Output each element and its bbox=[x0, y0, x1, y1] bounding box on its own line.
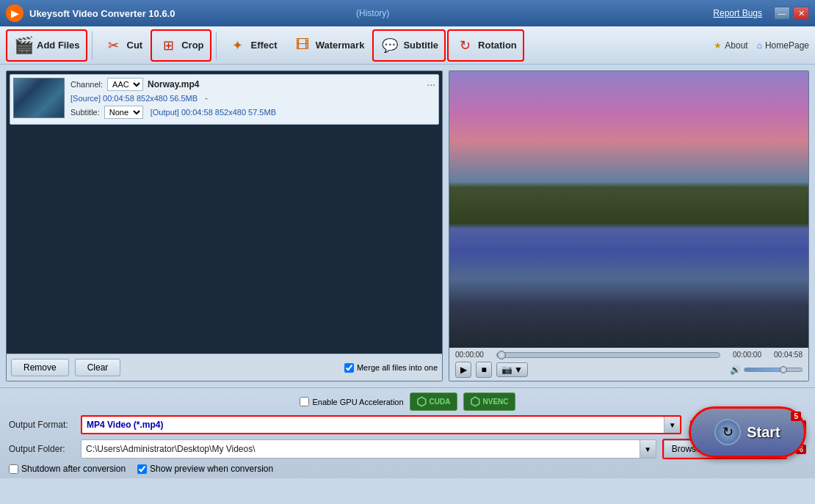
file-panel: Channel: AAC Norway.mp4 ··· [Source] 00:… bbox=[6, 70, 443, 381]
toolbar-right: ★ About ⌂ HomePage bbox=[714, 40, 809, 51]
effect-button[interactable]: ✦ Effect bbox=[221, 29, 284, 62]
folder-dropdown-arrow[interactable]: ▼ bbox=[640, 440, 656, 458]
volume-icon: 🔊 bbox=[730, 365, 741, 375]
cut-icon: ✂ bbox=[104, 35, 124, 56]
folder-row: Output Folder: C:\Users\Administrator\De… bbox=[9, 439, 806, 459]
time-end: 00:04:58 bbox=[767, 351, 803, 359]
clear-button[interactable]: Clear bbox=[75, 359, 121, 376]
toolbar-separator-1 bbox=[92, 32, 93, 59]
cut-label: Cut bbox=[127, 40, 143, 51]
nvidia-logo-cuda: ⬡ bbox=[416, 395, 427, 409]
gpu-checkbox[interactable] bbox=[300, 397, 309, 406]
preview-checkbox[interactable] bbox=[137, 464, 147, 474]
progress-track[interactable] bbox=[496, 352, 720, 358]
nvenc-badge: ⬡ NVENC bbox=[463, 392, 515, 411]
app-title: Ukeysoft Video Converter 10.6.0 bbox=[29, 8, 353, 19]
homepage-icon: ⌂ bbox=[757, 40, 762, 51]
about-link[interactable]: ★ About bbox=[714, 40, 747, 51]
time-start: 00:00:00 bbox=[455, 351, 490, 359]
effect-icon: ✦ bbox=[228, 35, 248, 56]
format-value: MP4 Video (*.mp4) bbox=[82, 420, 664, 430]
volume-area: 🔊 bbox=[730, 365, 803, 375]
volume-fill bbox=[745, 368, 782, 371]
play-button[interactable]: ▶ bbox=[455, 362, 471, 378]
folder-input[interactable]: C:\Users\Administrator\Desktop\My Videos… bbox=[81, 439, 656, 459]
file-list-area: Channel: AAC Norway.mp4 ··· [Source] 00:… bbox=[7, 71, 442, 354]
camera-icon: 📷 bbox=[501, 365, 512, 375]
start-badge-num: 5 bbox=[791, 412, 801, 421]
subtitle-label-meta: Subtitle: bbox=[70, 108, 100, 117]
file-output-info: [Output] 00:04:58 852x480 57.5MB bbox=[151, 108, 276, 117]
add-files-button[interactable]: 🎬 Add Files bbox=[6, 29, 87, 62]
about-label: About bbox=[725, 40, 747, 51]
history-link[interactable]: (History) bbox=[356, 8, 389, 18]
watermark-icon: 🎞 bbox=[292, 35, 313, 56]
bottom-section: Enable GPU Acceleration ⬡ CUDA ⬡ NVENC O… bbox=[0, 387, 815, 478]
merge-checkbox[interactable] bbox=[344, 363, 354, 373]
shutdown-checkbox[interactable] bbox=[9, 464, 18, 474]
nvidia-logo-nvenc: ⬡ bbox=[470, 395, 480, 409]
homepage-label: HomePage bbox=[765, 40, 809, 51]
shutdown-option: Shutdown after conversion bbox=[9, 464, 126, 474]
file-source-dash: - bbox=[205, 93, 208, 103]
effect-label: Effect bbox=[251, 40, 278, 51]
cut-button[interactable]: ✂ Cut bbox=[97, 29, 150, 62]
close-button[interactable]: ✕ bbox=[793, 7, 809, 20]
nvenc-label: NVENC bbox=[483, 398, 509, 406]
file-item: Channel: AAC Norway.mp4 ··· [Source] 00:… bbox=[10, 74, 439, 125]
progress-thumb[interactable] bbox=[497, 351, 506, 359]
preview-panel: 00:00:00 00:00:00 00:04:58 ▶ ■ 📷 ▼ 🔊 bbox=[449, 70, 809, 381]
volume-thumb[interactable] bbox=[780, 366, 787, 373]
add-files-label: Add Files bbox=[37, 40, 80, 51]
cuda-label: CUDA bbox=[430, 398, 451, 406]
toolbar: 🎬 Add Files ✂ Cut ⊞ Crop ✦ Effect 🎞 Wate… bbox=[0, 26, 815, 65]
main-content: Channel: AAC Norway.mp4 ··· [Source] 00:… bbox=[0, 65, 815, 387]
progress-bar-container: 00:00:00 00:00:00 00:04:58 bbox=[455, 351, 803, 359]
remove-button[interactable]: Remove bbox=[11, 359, 69, 376]
folder-label: Output Folder: bbox=[9, 444, 75, 454]
watermark-label: Watermark bbox=[316, 40, 365, 51]
app-icon: ▶ bbox=[6, 4, 23, 22]
gpu-row: Enable GPU Acceleration ⬡ CUDA ⬡ NVENC bbox=[9, 392, 806, 411]
file-name: Norway.mp4 bbox=[148, 79, 422, 90]
format-label: Output Format: bbox=[9, 420, 75, 430]
rotation-icon: ↻ bbox=[454, 35, 475, 56]
crop-icon: ⊞ bbox=[158, 35, 178, 56]
subtitle-select[interactable]: None bbox=[104, 106, 143, 119]
toolbar-separator-2 bbox=[216, 32, 217, 59]
screenshot-button[interactable]: 📷 ▼ bbox=[496, 362, 528, 377]
stop-button[interactable]: ■ bbox=[476, 362, 492, 378]
channel-select[interactable]: AAC bbox=[107, 78, 143, 91]
playback-controls: ▶ ■ 📷 ▼ 🔊 bbox=[455, 362, 803, 378]
format-dropdown[interactable]: MP4 Video (*.mp4) ▼ bbox=[81, 415, 681, 434]
merge-checkbox-container: Merge all files into one bbox=[344, 363, 438, 373]
report-bugs-link[interactable]: Report Bugs bbox=[713, 8, 762, 18]
rotation-button[interactable]: ↻ Rotation bbox=[447, 29, 524, 62]
preview-label: Show preview when conversion bbox=[150, 464, 273, 474]
rotation-label: Rotation bbox=[478, 40, 517, 51]
shutdown-label: Shutdown after conversion bbox=[21, 464, 126, 474]
file-thumbnail bbox=[13, 78, 65, 118]
file-meta: Channel: AAC Norway.mp4 ··· [Source] 00:… bbox=[70, 78, 435, 121]
minimize-button[interactable]: — bbox=[774, 7, 790, 20]
start-button[interactable]: ↻ Start 5 bbox=[689, 406, 806, 458]
volume-track[interactable] bbox=[744, 368, 803, 372]
watermark-button[interactable]: 🎞 Watermark bbox=[286, 29, 372, 62]
crop-button[interactable]: ⊞ Crop bbox=[151, 29, 211, 62]
file-source-row: [Source] 00:04:58 852x480 56.5MB - bbox=[70, 93, 435, 103]
preview-video bbox=[449, 71, 808, 348]
format-dropdown-arrow[interactable]: ▼ bbox=[664, 417, 680, 433]
subtitle-label: Subtitle bbox=[403, 40, 438, 51]
file-more-button[interactable]: ··· bbox=[427, 78, 435, 90]
homepage-link[interactable]: ⌂ HomePage bbox=[757, 40, 809, 51]
title-bar: ▶ Ukeysoft Video Converter 10.6.0 (Histo… bbox=[0, 0, 815, 26]
preview-option: Show preview when conversion bbox=[137, 464, 273, 474]
subtitle-button[interactable]: 💬 Subtitle bbox=[372, 29, 446, 62]
file-meta-channel-row: Channel: AAC Norway.mp4 ··· bbox=[70, 78, 435, 91]
subtitle-icon: 💬 bbox=[380, 35, 400, 56]
file-source-info: [Source] 00:04:58 852x480 56.5MB bbox=[70, 94, 198, 103]
preview-controls: 00:00:00 00:00:00 00:04:58 ▶ ■ 📷 ▼ 🔊 bbox=[449, 348, 808, 381]
cuda-badge: ⬡ CUDA bbox=[410, 392, 457, 411]
start-label: Start bbox=[747, 424, 780, 441]
time-mid: 00:00:00 bbox=[726, 351, 761, 359]
